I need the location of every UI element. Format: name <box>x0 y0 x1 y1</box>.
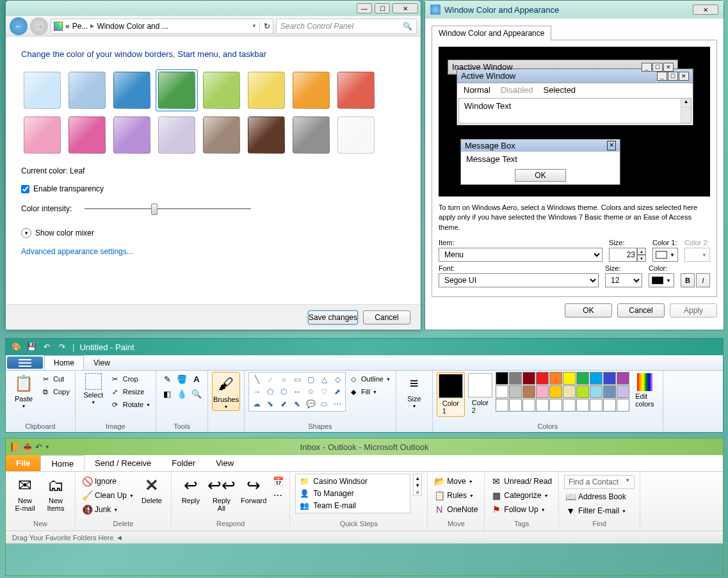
palette-color[interactable] <box>617 385 629 398</box>
palette-color[interactable] <box>496 372 508 385</box>
transparency-checkbox[interactable]: Enable transparency <box>21 184 405 193</box>
ignore-button[interactable]: 🚫Ignore <box>81 475 135 488</box>
close-button[interactable]: ✕ <box>693 4 718 15</box>
forward-button[interactable]: ↪Forward <box>238 474 269 506</box>
palette-color[interactable] <box>522 372 535 385</box>
palette-color[interactable] <box>509 399 522 412</box>
palette-color[interactable] <box>549 399 562 412</box>
minimize-button[interactable]: — <box>357 3 372 13</box>
move-button[interactable]: 📂Move▼ <box>433 475 479 488</box>
advanced-settings-link[interactable]: Advanced appearance settings... <box>21 247 405 256</box>
copy-button[interactable]: ⧉Copy <box>39 386 71 397</box>
color-swatch[interactable] <box>335 114 377 156</box>
color1-picker[interactable]: ▼ <box>652 248 678 262</box>
brushes-button[interactable]: 🖌Brushes▼ <box>212 372 240 411</box>
palette-color[interactable] <box>549 372 562 385</box>
size-input[interactable] <box>609 248 637 262</box>
chevron-left-icon[interactable]: ◀ <box>117 534 122 541</box>
palette-color[interactable] <box>496 385 508 398</box>
find-contact-input[interactable]: Find a Contact▼ <box>564 475 635 489</box>
palette-color[interactable] <box>563 399 576 412</box>
shapes-gallery[interactable]: ╲⟋○▭▢△◇ →⬠⬡↔☆♡⬈ ☁⬊⬋⬉💬⬭⋯ <box>248 372 346 412</box>
palette-color[interactable] <box>522 385 535 398</box>
new-items-button[interactable]: 🗂New Items <box>42 474 70 513</box>
save-button[interactable]: Save changes <box>308 310 358 325</box>
fill-button[interactable]: ◆Fill▼ <box>347 386 392 397</box>
more-respond-button[interactable]: ⋯ <box>271 489 284 502</box>
categorize-button[interactable]: ▦Categorize▼ <box>490 489 553 502</box>
palette-color[interactable] <box>576 399 589 412</box>
color-swatch[interactable] <box>245 114 287 156</box>
palette-color[interactable] <box>617 399 629 412</box>
scroll-down-icon[interactable]: ▼ <box>414 483 421 488</box>
palette-color[interactable] <box>603 385 616 398</box>
color1-button[interactable]: Color 1 <box>437 372 465 417</box>
palette-color[interactable] <box>576 372 589 385</box>
qat-dropdown-icon[interactable]: ▼ <box>45 444 50 450</box>
color-swatch[interactable] <box>21 69 63 111</box>
tab-view[interactable]: View <box>206 455 244 471</box>
color-swatch[interactable] <box>111 69 153 111</box>
followup-button[interactable]: ⚑Follow Up▼ <box>490 503 553 516</box>
picker-tool[interactable]: 💧 <box>175 387 189 401</box>
dropdown-icon[interactable]: ▼ <box>252 23 257 29</box>
zoom-tool[interactable]: 🔍 <box>190 387 204 401</box>
refresh-icon[interactable]: ↻ <box>259 22 270 31</box>
pencil-tool[interactable]: ✎ <box>160 372 174 386</box>
filter-email-button[interactable]: ▼Filter E-mail▼ <box>564 504 635 517</box>
quickstep-item[interactable]: 👥Team E-mail <box>297 500 408 511</box>
cleanup-button[interactable]: 🧹Clean Up▼ <box>81 489 135 502</box>
eraser-tool[interactable]: ◧ <box>160 387 174 401</box>
quickstep-item[interactable]: 📁Casino Windsor <box>297 476 408 487</box>
intensity-slider[interactable] <box>85 202 251 215</box>
file-menu[interactable] <box>7 357 43 369</box>
color-swatch[interactable] <box>156 69 198 111</box>
color-swatch[interactable] <box>66 114 108 156</box>
palette-color[interactable] <box>590 372 603 385</box>
palette-color[interactable] <box>536 385 549 398</box>
crop-button[interactable]: ✂Crop <box>109 373 152 385</box>
palette-color[interactable] <box>590 399 603 412</box>
back-button[interactable]: ← <box>10 17 28 35</box>
item-select[interactable]: Menu <box>439 248 603 262</box>
tab-home[interactable]: Home <box>44 355 84 370</box>
delete-button[interactable]: ✕Delete <box>138 474 166 506</box>
color-swatch[interactable] <box>111 114 153 156</box>
rotate-button[interactable]: ⟳Rotate▼ <box>109 399 152 410</box>
maximize-button[interactable]: ☐ <box>375 3 390 13</box>
slider-thumb[interactable] <box>151 204 158 215</box>
ok-button[interactable]: OK <box>565 303 612 317</box>
select-button[interactable]: Select▼ <box>79 372 108 406</box>
address-book-button[interactable]: 📖Address Book <box>564 490 635 503</box>
close-button[interactable]: ✕ <box>392 3 418 13</box>
fcolor-picker[interactable]: ▼ <box>649 273 674 287</box>
palette-color[interactable] <box>522 399 535 412</box>
tab-file[interactable]: File <box>6 455 40 471</box>
tab-folder[interactable]: Folder <box>161 455 206 471</box>
reply-button[interactable]: ↩Reply <box>177 474 205 506</box>
checkbox-input[interactable] <box>21 185 29 193</box>
palette-color[interactable] <box>509 385 522 398</box>
palette-color[interactable] <box>509 372 522 385</box>
expand-gallery-icon[interactable]: ≡ <box>414 490 421 495</box>
palette-color[interactable] <box>536 372 549 385</box>
bold-button[interactable]: B <box>681 273 695 287</box>
save-icon[interactable]: 💾 <box>26 342 36 352</box>
send-receive-icon[interactable]: 📤 <box>22 442 33 452</box>
color-swatch[interactable] <box>156 114 198 156</box>
cancel-button[interactable]: Cancel <box>363 310 410 325</box>
color-swatch[interactable] <box>200 114 243 156</box>
bc-item[interactable]: Pe... <box>72 22 88 31</box>
text-tool[interactable]: A <box>190 372 204 386</box>
size-button[interactable]: ≡Size▼ <box>400 372 428 410</box>
tab-view[interactable]: View <box>84 355 120 370</box>
meeting-button[interactable]: 📅 <box>271 475 284 488</box>
font-select[interactable]: Segoe UI <box>439 273 599 287</box>
bc-item[interactable]: Window Color and ... <box>97 22 168 31</box>
italic-button[interactable]: I <box>696 273 710 287</box>
new-email-button[interactable]: ✉New E-mail <box>11 474 39 513</box>
color-swatch[interactable] <box>290 114 332 156</box>
palette-color[interactable] <box>536 399 549 412</box>
size-spinner[interactable]: ▲▼ <box>609 248 646 262</box>
undo-icon[interactable]: ↶ <box>35 442 42 452</box>
